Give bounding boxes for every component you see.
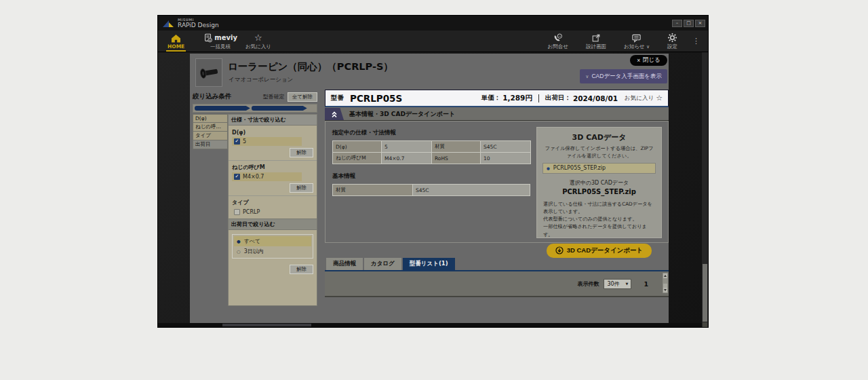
selected-cad-label: 選択中の3D CADデータ	[537, 179, 661, 187]
selected-cad-file: PCRLP05S_STEP.zip	[537, 188, 661, 195]
ship-date-filter-header: 出荷日で絞り込む	[229, 218, 317, 230]
speech-bubble-icon	[631, 33, 642, 43]
close-panel-label: 閉じる	[643, 56, 660, 64]
favorite-star-icon[interactable]: ☆	[656, 94, 663, 102]
meviy-quote-icon	[203, 33, 213, 43]
clear-all-button[interactable]: 全て解除	[288, 92, 317, 102]
basic-info-table: 材質 S45C	[332, 184, 530, 196]
clear-thread-button[interactable]: 解除	[290, 183, 313, 193]
cad-hint-text: ファイル保存してインポートする場合は、ZIPファイルを選択してください。	[544, 145, 654, 160]
radio-label: すべて	[244, 238, 261, 245]
close-panel-button[interactable]: × 閉じる	[630, 55, 667, 66]
cad-screen-toggle-label: CADデータ入手画面を表示	[591, 73, 662, 81]
scroll-down-icon[interactable]	[663, 288, 667, 292]
scrollbar-corner	[703, 322, 707, 327]
table-row: 材質 S45C	[333, 185, 530, 196]
nav-home[interactable]: HOME	[163, 31, 189, 52]
tab-product-info[interactable]: 商品情報	[326, 258, 363, 270]
scrollbar-thumb[interactable]	[703, 264, 707, 322]
spec-info-title: 指定中の仕様・寸法情報	[332, 129, 530, 137]
bullet-icon: ●	[547, 166, 550, 171]
cad-data-panel: 3D CADデータ ファイル保存してインポートする場合は、ZIPファイルを選択し…	[536, 127, 662, 238]
basic-info-title: 基本情報	[332, 172, 530, 180]
section-title: 基本情報・3D CADデータインポート	[349, 110, 455, 119]
tab-model-list[interactable]: 型番リスト(1)	[403, 258, 455, 270]
filter-spec-panel: 仕様・寸法で絞り込む D(φ) ✓ 5 解除 ねじの呼びM	[228, 114, 317, 306]
filter-sidebar: 絞り込み条件 型番確定 全て解除 D(φ) ねじの呼… タイプ 出荷日	[193, 91, 317, 306]
ship-date-options: ● すべて ○ 3日以内	[232, 234, 313, 259]
radio-on-icon[interactable]: ●	[237, 239, 241, 244]
filter-option-5[interactable]: ✓ 5	[232, 137, 302, 146]
minimize-button[interactable]: –	[672, 20, 682, 27]
double-chevron-up-icon	[330, 110, 338, 119]
cad-screen-toggle-button[interactable]: ∨ CADデータ入手画面を表示	[580, 69, 667, 83]
display-count-value: 30件	[607, 280, 619, 288]
nav-bar: HOME meviy 一括見積 ☆ お気に入り	[158, 31, 708, 52]
filter-option-m4[interactable]: ✓ M4×0.7	[232, 172, 302, 181]
display-count-select[interactable]: 30件 ▼	[604, 279, 631, 289]
nav-favorites[interactable]: ☆ お気に入り	[241, 31, 275, 52]
favorite-label[interactable]: お気に入り	[625, 94, 654, 102]
nav-contact[interactable]: お問合せ	[544, 31, 572, 52]
app-title: RAPiD Design	[178, 22, 219, 28]
nav-notice[interactable]: お知らせ ∨	[620, 31, 654, 52]
scrollbar-thumb[interactable]	[222, 324, 311, 326]
nav-settings[interactable]: 設定	[663, 31, 682, 52]
nav-right-group: お問合せ 設計画面 お知らせ ∨	[544, 31, 701, 52]
unit-price-value: 1,289円	[502, 94, 532, 103]
spec-label: D(φ)	[333, 141, 382, 153]
checkbox-checked-icon[interactable]: ✓	[234, 174, 240, 180]
cad-file-list: ● PCRLP05S_STEP.zip	[542, 163, 656, 174]
window-vertical-scrollbar[interactable]	[702, 52, 708, 327]
clear-ship-date-button[interactable]: 解除	[290, 265, 313, 274]
nav-settings-label: 設定	[667, 43, 677, 50]
external-link-icon	[591, 33, 601, 43]
close-window-button[interactable]: ×	[695, 20, 705, 27]
list-scrollbar[interactable]	[663, 273, 668, 293]
collapse-badge[interactable]	[325, 108, 344, 120]
app-window: MiSUMi RAPiD Design – □ × HOME	[157, 15, 709, 328]
cad-import-button[interactable]: 3D CADデータインポート	[547, 244, 652, 258]
category-thread[interactable]: ねじの呼…	[193, 123, 228, 132]
cad-note: 代表型番についてのみの提供となります。	[543, 215, 655, 223]
ship-date-label: 出荷日：	[545, 94, 571, 102]
category-ship-date[interactable]: 出荷日	[193, 140, 228, 149]
more-menu-icon[interactable]: ⋮	[691, 31, 701, 52]
divider	[538, 94, 539, 102]
category-type[interactable]: タイプ	[193, 132, 228, 140]
nav-meviy[interactable]: meviy 一括見積	[199, 31, 241, 52]
checkbox-unchecked-icon[interactable]	[234, 209, 240, 215]
spec-column: 指定中の仕様・寸法情報 D(φ) 5 材質 S45C ねじの呼びM	[332, 127, 530, 196]
gear-icon	[667, 33, 677, 43]
model-confirm-label: 型番確定	[263, 93, 285, 100]
spec-table: D(φ) 5 材質 S45C ねじの呼びM M4×0.7 RoHS 10	[332, 140, 531, 164]
clear-d-phi-button[interactable]: 解除	[290, 148, 313, 157]
scroll-up-icon[interactable]	[663, 273, 667, 278]
radio-all[interactable]: ● すべて	[234, 236, 311, 246]
tab-catalog[interactable]: カタログ	[364, 258, 401, 270]
scrollbar-thumb[interactable]	[663, 278, 667, 284]
product-image	[195, 58, 222, 87]
product-title: ローラーピン（同心）（PCRLP-S）	[228, 60, 393, 73]
table-row: ねじの呼びM M4×0.7 RoHS 10	[333, 153, 531, 164]
window-horizontal-scrollbar[interactable]	[158, 323, 702, 327]
product-maker: イマオコーポレーション	[229, 76, 293, 84]
home-icon	[171, 34, 181, 43]
filter-option-pcrlp[interactable]: PCRLP	[232, 208, 302, 216]
meviy-wordmark: meviy	[214, 34, 237, 41]
nav-design-screen[interactable]: 設計画面	[582, 31, 610, 52]
radio-3days[interactable]: ○ 3日以内	[234, 246, 311, 256]
nav-home-label: HOME	[167, 43, 184, 50]
radio-label: 3日以内	[244, 248, 264, 255]
group-label: ねじの呼びM	[232, 164, 313, 171]
cad-file-item[interactable]: ● PCRLP05S_STEP.zip	[543, 164, 655, 173]
cad-file-name: PCRLP05S_STEP.zip	[553, 165, 606, 171]
category-d-phi[interactable]: D(φ)	[193, 114, 228, 123]
spec-value: M4×0.7	[382, 153, 432, 164]
product-overlay-panel: ローラーピン（同心）（PCRLP-S） イマオコーポレーション × 閉じる ∨ …	[190, 54, 669, 323]
maximize-button[interactable]: □	[684, 20, 694, 27]
radio-off-icon[interactable]: ○	[237, 249, 241, 254]
checkbox-checked-icon[interactable]: ✓	[234, 138, 240, 145]
spec-label: 材質	[432, 141, 481, 153]
model-number-label: 型番	[331, 94, 344, 102]
